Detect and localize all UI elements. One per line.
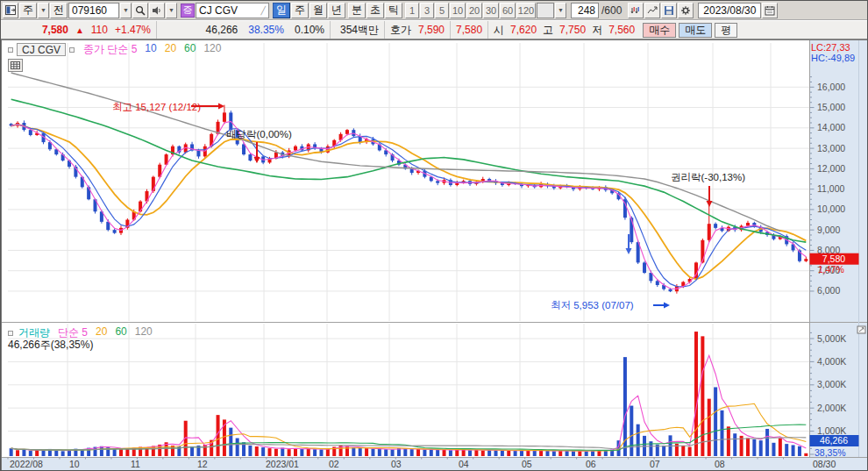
- svg-text:HC:-49,89: HC:-49,89: [811, 53, 855, 63]
- svg-text:6,000: 6,000: [817, 285, 840, 296]
- resize-grip-icon[interactable]: ╱: [261, 6, 266, 15]
- svg-text:16,000: 16,000: [817, 82, 845, 92]
- svg-text:08/30: 08/30: [813, 459, 836, 469]
- svg-text:13,000: 13,000: [817, 143, 845, 153]
- interval-select[interactable]: [537, 3, 554, 18]
- buy-button[interactable]: 매수: [643, 23, 676, 38]
- bar-count-input[interactable]: [571, 3, 599, 18]
- svg-text:10,000: 10,000: [817, 203, 845, 214]
- date-field[interactable]: 2023/08/30: [698, 3, 761, 18]
- svg-text:2022/08: 2022/08: [10, 459, 43, 469]
- period-tick-button[interactable]: 틱: [385, 3, 402, 18]
- svg-text:11: 11: [131, 459, 140, 469]
- interval-dropdown[interactable]: ▼: [555, 3, 566, 18]
- minute-30-button[interactable]: 30: [483, 3, 499, 18]
- svg-text:38,35%: 38,35%: [815, 447, 846, 458]
- market-badge: 증: [181, 4, 195, 18]
- svg-text:11,000: 11,000: [817, 183, 844, 194]
- quote-bar: 7,580 ▲ 110 +1.47% 46,266 38.35% 0.10% 3…: [1, 20, 868, 39]
- svg-text:04: 04: [459, 459, 469, 469]
- speaker-icon[interactable]: [149, 3, 165, 18]
- minute-5-button[interactable]: 5: [435, 3, 449, 18]
- minute-20-button[interactable]: 20: [466, 3, 482, 18]
- trade-value: 354백만: [340, 23, 379, 38]
- window-link-icon[interactable]: [3, 3, 18, 18]
- svg-text:최저 5,953 (07/07): 최저 5,953 (07/07): [551, 300, 634, 310]
- prev-stock-button[interactable]: 전: [50, 3, 68, 18]
- change-percent: +1.47%: [115, 24, 151, 36]
- minute-1-button[interactable]: 1: [405, 3, 419, 18]
- stock-name: CJ CGV: [199, 4, 238, 17]
- volume-value: 46,266: [206, 24, 238, 36]
- stock-code-input[interactable]: [68, 3, 119, 18]
- svg-text:최고 15,127 (12/12): 최고 15,127 (12/12): [112, 102, 201, 112]
- code-dropdown[interactable]: ▼: [120, 3, 132, 18]
- svg-text:05: 05: [522, 459, 532, 469]
- frame-type-dropdown[interactable]: ▼: [38, 3, 49, 18]
- svg-text:권리락(-30,13%): 권리락(-30,13%): [671, 172, 745, 182]
- shift-bars-icon[interactable]: [628, 3, 644, 18]
- sell-button[interactable]: 매도: [679, 23, 712, 38]
- low-price: 7,560: [608, 24, 635, 36]
- svg-text:03: 03: [391, 459, 402, 469]
- last-price: 7,580: [456, 24, 482, 36]
- calendar-icon[interactable]: [762, 3, 778, 18]
- save-icon[interactable]: [661, 3, 677, 18]
- svg-text:5,000K: 5,000K: [817, 333, 846, 344]
- minute-60-button[interactable]: 60: [500, 3, 516, 18]
- svg-text:배당락(0,00%): 배당락(0,00%): [226, 129, 292, 139]
- trendline-icon[interactable]: [644, 3, 660, 18]
- period-week-button[interactable]: 주: [291, 3, 309, 18]
- svg-text:2023/01: 2023/01: [266, 459, 299, 469]
- svg-text:2,000K: 2,000K: [817, 403, 846, 413]
- svg-text:46,266: 46,266: [820, 435, 848, 446]
- period-second-button[interactable]: 초: [366, 3, 384, 18]
- open-label: 시: [494, 23, 504, 38]
- frame-type-button[interactable]: 주: [19, 3, 37, 18]
- svg-text:12: 12: [197, 459, 208, 469]
- chart-toolbar: 주 ▼ 전 ▼ ▼ 증 CJ CGV╱ 일 주 월 년 분 초 틱 1 3 5 …: [1, 1, 868, 20]
- ask-label: 호가: [390, 23, 411, 38]
- change-arrow-icon: ▲: [75, 25, 84, 35]
- svg-text:12,000: 12,000: [817, 163, 845, 174]
- svg-text:10: 10: [69, 459, 80, 469]
- high-price: 7,750: [559, 24, 586, 36]
- svg-text:4,000K: 4,000K: [817, 356, 846, 367]
- svg-text:LC:27,33: LC:27,33: [811, 42, 850, 53]
- minute-3-button[interactable]: 3: [420, 3, 434, 18]
- change-value: 110: [91, 24, 108, 36]
- svg-text:1,47%: 1,47%: [818, 264, 844, 275]
- float-percent: 38.35%: [248, 24, 284, 36]
- high-label: 고: [543, 23, 553, 38]
- period-minute-button[interactable]: 분: [348, 3, 366, 18]
- svg-text:9,000: 9,000: [817, 225, 840, 235]
- avg-button[interactable]: 평: [715, 23, 737, 38]
- svg-text:7,580: 7,580: [822, 253, 845, 264]
- period-year-button[interactable]: 년: [328, 3, 345, 18]
- svg-text:06: 06: [586, 459, 596, 469]
- settings-gear-icon[interactable]: [678, 3, 694, 18]
- low-label: 저: [592, 23, 602, 38]
- price-volume-chart[interactable]: 6,0007,0008,0009,00010,00011,00012,00013…: [1, 39, 868, 471]
- turnover-percent: 0.10%: [295, 24, 324, 36]
- minute-120-button[interactable]: 120: [516, 3, 536, 18]
- stock-chart-window: 주 ▼ 전 ▼ ▼ 증 CJ CGV╱ 일 주 월 년 분 초 틱 1 3 5 …: [0, 0, 868, 471]
- speaker-dropdown[interactable]: ▼: [166, 3, 177, 18]
- svg-text:14,000: 14,000: [817, 122, 845, 132]
- period-day-button[interactable]: 일: [273, 3, 290, 18]
- ask-price: 7,590: [418, 24, 445, 36]
- minute-10-button[interactable]: 10: [450, 3, 466, 18]
- open-price: 7,620: [510, 24, 537, 36]
- period-month-button[interactable]: 월: [309, 3, 327, 18]
- svg-text:15,000: 15,000: [817, 102, 845, 112]
- search-icon[interactable]: [132, 3, 148, 18]
- svg-text:07: 07: [650, 459, 660, 469]
- bar-max-label: /600: [600, 4, 623, 17]
- svg-text:02: 02: [329, 459, 339, 469]
- svg-text:08: 08: [715, 459, 725, 469]
- chart-region: 6,0007,0008,0009,00010,00011,00012,00013…: [1, 39, 868, 471]
- current-price: 7,580: [42, 24, 68, 36]
- svg-text:3,000K: 3,000K: [817, 379, 846, 389]
- stock-name-field: CJ CGV╱: [196, 3, 269, 18]
